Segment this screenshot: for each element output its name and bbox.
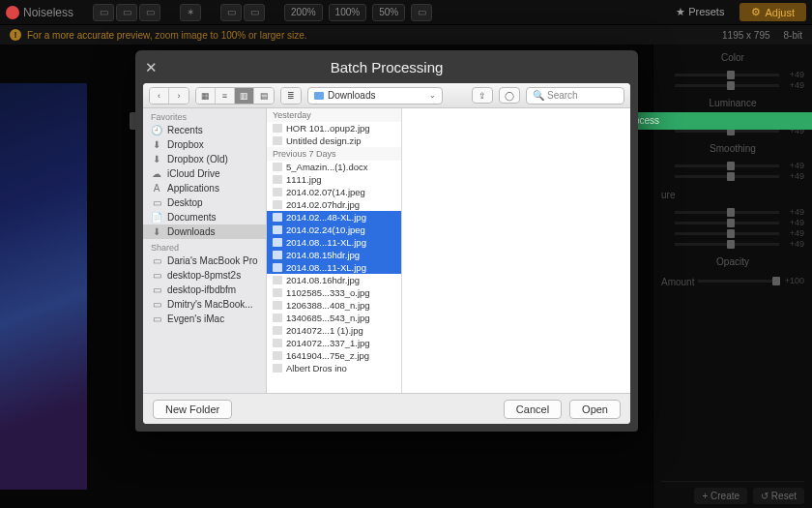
presets-button[interactable]: ★ Presets xyxy=(666,4,734,20)
file-row[interactable]: 2014072...337_1.jpg xyxy=(267,337,401,349)
file-name: 5_Amazin...(1).docx xyxy=(286,162,367,172)
file-row[interactable]: 1641904...75e_z.jpg xyxy=(267,349,401,362)
file-row[interactable]: 2014.08...11-XL.jpg xyxy=(267,236,401,249)
file-icon xyxy=(273,124,282,133)
file-icon xyxy=(273,213,282,222)
modal-header: ✕ Batch Processing xyxy=(135,50,638,83)
file-row[interactable]: 2014.08...11-XL.jpg xyxy=(267,261,401,274)
file-list-column[interactable]: Yesterday HOR 101..opup2.jpgUntitled des… xyxy=(267,108,402,393)
new-folder-button[interactable]: New Folder xyxy=(153,400,232,419)
sidebar-item[interactable]: ▭desktop-ifbdbfm xyxy=(143,283,266,297)
file-row[interactable]: Albert Dros ino xyxy=(267,362,401,374)
sidebar-item[interactable]: ▭Daria's MacBook Pro xyxy=(143,254,266,268)
file-row[interactable]: 2014072...1 (1).jpg xyxy=(267,324,401,337)
sidebar-item-icon: A xyxy=(151,183,162,194)
sliders-icon: ⚙ xyxy=(751,6,761,18)
toolbar-open-icon[interactable]: ▭ xyxy=(93,4,114,21)
sidebar-item-label: Dmitry's MacBook... xyxy=(167,299,253,310)
sidebar-item[interactable]: 🕘Recents xyxy=(143,123,266,137)
preview-column xyxy=(402,108,630,393)
toolbar-fit-icon[interactable]: ▭ xyxy=(411,4,432,21)
sidebar-item-label: desktop-ifbdbfm xyxy=(167,284,236,295)
sidebar-item[interactable]: ▭desktop-8pmst2s xyxy=(143,268,266,283)
file-icon xyxy=(273,351,282,360)
file-row[interactable]: 2014.02...48-XL.jpg xyxy=(267,211,401,224)
file-row[interactable]: 2014.02.07hdr.jpg xyxy=(267,198,401,211)
file-name: 2014.02.07hdr.jpg xyxy=(286,199,360,210)
file-row[interactable]: 1340685...543_n.jpg xyxy=(267,312,401,324)
file-row[interactable]: 1111.jpg xyxy=(267,173,401,186)
file-row[interactable]: Untitled design.zip xyxy=(267,134,401,147)
sidebar-item[interactable]: AApplications xyxy=(143,181,266,195)
file-row[interactable]: 2014.08.16hdr.jpg xyxy=(267,274,401,286)
modal-title: Batch Processing xyxy=(331,59,444,75)
file-row[interactable]: 1206388...408_n.jpg xyxy=(267,299,401,312)
sidebar-item[interactable]: 📄Documents xyxy=(143,210,266,224)
file-name: 1340685...543_n.jpg xyxy=(286,313,370,323)
sidebar-item[interactable]: ⬇Dropbox (Old) xyxy=(143,152,266,166)
nav-back-forward[interactable]: ‹› xyxy=(149,87,189,105)
sidebar-item[interactable]: ⬇Downloads xyxy=(143,224,266,239)
search-placeholder: Search xyxy=(547,90,578,101)
file-row[interactable]: 1102585...333_o.jpg xyxy=(267,286,401,299)
toolbar-shuffle-icon[interactable]: ✶ xyxy=(180,4,201,21)
toolbar-save-icon[interactable]: ▭ xyxy=(116,4,137,21)
sidebar-item-label: Dropbox (Old) xyxy=(167,154,228,164)
file-name: 2014.02.24(10.jpeg xyxy=(286,224,365,235)
sidebar-item-icon: ⬇ xyxy=(151,154,162,164)
location-popup[interactable]: Downloads ⌄ xyxy=(307,87,443,105)
date-header-yesterday: Yesterday xyxy=(267,108,401,122)
file-icon xyxy=(273,251,282,259)
sidebar-item-label: Downloads xyxy=(167,226,215,237)
file-name: 1206388...408_n.jpg xyxy=(286,300,370,311)
share-icon[interactable]: ⇪ xyxy=(472,87,493,104)
file-name: Untitled design.zip xyxy=(286,135,362,146)
image-bitdepth: 8-bit xyxy=(784,30,802,41)
file-name: 1641904...75e_z.jpg xyxy=(286,350,369,361)
sidebar-item[interactable]: ▭Dmitry's MacBook... xyxy=(143,297,266,312)
file-row[interactable]: 5_Amazin...(1).docx xyxy=(267,161,401,173)
sidebar-item-icon: ▭ xyxy=(151,270,162,281)
file-icon xyxy=(273,301,282,310)
warning-bar: ! For a more accurate preview, zoom imag… xyxy=(0,25,812,45)
view-mode-segment[interactable]: ▦≡▥▤ xyxy=(195,87,275,105)
app-logo-icon xyxy=(6,6,19,19)
file-row[interactable]: 2014.02.07(14.jpeg xyxy=(267,186,401,198)
sidebar-item-label: Dropbox xyxy=(167,139,204,150)
app-name: Noiseless xyxy=(23,6,73,19)
file-row[interactable]: 2014.08.15hdr.jpg xyxy=(267,249,401,261)
sidebar-item[interactable]: ⬇Dropbox xyxy=(143,137,266,152)
file-icon xyxy=(273,263,282,272)
file-row[interactable]: HOR 101..opup2.jpg xyxy=(267,122,401,134)
search-icon: 🔍 xyxy=(533,90,544,101)
zoom-100[interactable]: 100% xyxy=(329,4,367,21)
file-row[interactable]: 2014.02.24(10.jpeg xyxy=(267,224,401,236)
toolbar-view2-icon[interactable]: ▭ xyxy=(244,4,265,21)
adjust-button[interactable]: ⚙Adjust xyxy=(740,3,806,21)
file-name: 2014.08...11-XL.jpg xyxy=(286,262,366,273)
process-button[interactable]: ocess xyxy=(626,112,812,130)
folder-icon xyxy=(314,92,324,100)
sidebar-item-label: Documents xyxy=(167,212,217,223)
sidebar-item[interactable]: ▭Evgen's iMac xyxy=(143,312,266,326)
file-icon xyxy=(273,326,282,335)
toolbar-export-icon[interactable]: ▭ xyxy=(139,4,160,21)
cancel-button[interactable]: Cancel xyxy=(504,400,562,419)
file-name: 2014072...337_1.jpg xyxy=(286,338,370,348)
search-input[interactable]: 🔍 Search xyxy=(526,87,624,105)
file-name: 2014.08.15hdr.jpg xyxy=(286,250,360,260)
group-segment[interactable]: ≣ xyxy=(280,87,302,105)
warning-icon: ! xyxy=(10,29,21,41)
sidebar-item[interactable]: ☁iCloud Drive xyxy=(143,166,266,181)
close-icon[interactable]: ✕ xyxy=(145,59,158,76)
file-icon xyxy=(273,238,282,247)
toolbar-view1-icon[interactable]: ▭ xyxy=(220,4,242,21)
sidebar-item-icon: ⬇ xyxy=(151,139,162,150)
sidebar-item-icon: ▭ xyxy=(151,299,162,310)
zoom-50[interactable]: 50% xyxy=(372,4,405,21)
tags-icon[interactable]: ◯ xyxy=(499,87,520,104)
sidebar-item[interactable]: ▭Desktop xyxy=(143,195,266,210)
zoom-200[interactable]: 200% xyxy=(284,4,323,21)
open-button[interactable]: Open xyxy=(569,400,621,419)
sidebar-item-label: Desktop xyxy=(167,197,203,208)
